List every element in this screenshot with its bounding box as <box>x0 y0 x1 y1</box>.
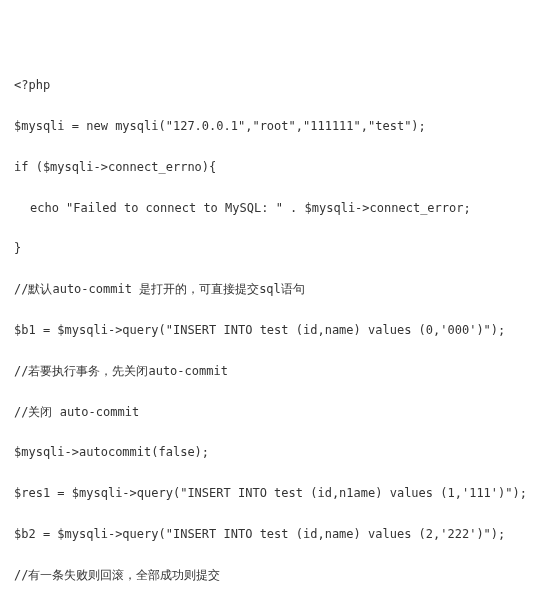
code-line: //默认auto-commit 是打开的，可直接提交sql语句 <box>14 281 545 298</box>
code-block: <?php$mysqli = new mysqli("127.0.0.1","r… <box>14 77 545 583</box>
code-line: //若要执行事务，先关闭auto-commit <box>14 363 545 380</box>
code-line: $mysqli->autocommit(false); <box>14 444 545 461</box>
code-line: } <box>14 240 545 257</box>
code-line: if ($mysqli->connect_errno){ <box>14 159 545 176</box>
code-line: echo "Failed to connect to MySQL: " . $m… <box>14 200 545 217</box>
code-line: $b1 = $mysqli->query("INSERT INTO test (… <box>14 322 545 339</box>
code-line: $res1 = $mysqli->query("INSERT INTO test… <box>14 485 545 502</box>
code-line: //关闭 auto-commit <box>14 404 545 421</box>
code-line: //有一条失败则回滚，全部成功则提交 <box>14 567 545 584</box>
code-line: $b2 = $mysqli->query("INSERT INTO test (… <box>14 526 545 543</box>
code-line: $mysqli = new mysqli("127.0.0.1","root",… <box>14 118 545 135</box>
code-line: <?php <box>14 77 545 94</box>
